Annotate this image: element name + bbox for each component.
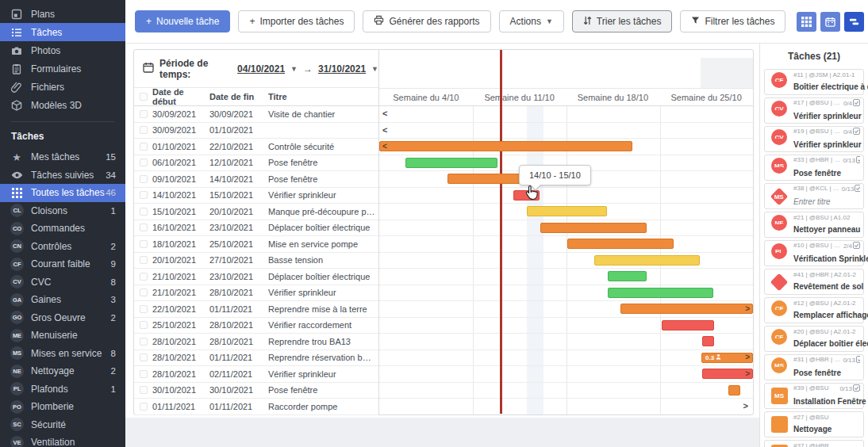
sidebar-item-fichiers[interactable]: Fichiers xyxy=(0,78,125,96)
task-card[interactable]: #37 | @HBREntrer titre xyxy=(764,440,864,447)
period-end-date[interactable]: 31/10/2021 xyxy=(318,63,366,74)
table-row[interactable]: 09/10/202114/10/2021Pose fenêtre xyxy=(134,171,378,188)
task-card[interactable]: MS#38 | @KCL | …0/13Entrer titre xyxy=(764,183,864,209)
row-checkbox[interactable] xyxy=(140,110,148,118)
sidebar-item-plomberie[interactable]: POPlomberie xyxy=(0,398,125,416)
sidebar-item-mes-taches[interactable]: ★Mes tâches15 xyxy=(0,148,125,166)
table-row[interactable]: 22/10/202101/11/2021Reprendre mise à la … xyxy=(134,301,378,318)
sidebar-item-ventilation[interactable]: VEVentilation xyxy=(0,434,125,447)
sidebar-item-taches[interactable]: Tâches xyxy=(0,23,125,41)
task-card[interactable]: MS#31 | @HBR | …0/13Pose fenêtre xyxy=(764,354,864,380)
row-checkbox[interactable] xyxy=(140,403,148,411)
row-checkbox[interactable] xyxy=(140,143,148,151)
sidebar-item-toutes-les-taches[interactable]: Toutes les tâches46 xyxy=(0,184,125,202)
sidebar-item-taches-suivies[interactable]: Tâches suivies34 xyxy=(0,166,125,185)
grid-view-button[interactable] xyxy=(797,12,816,32)
table-row[interactable]: 14/10/202115/10/2021Vérifier sprinkleur xyxy=(134,188,378,204)
row-checkbox[interactable] xyxy=(140,175,148,183)
select-all-checkbox[interactable] xyxy=(140,93,148,101)
table-row[interactable]: 20/10/202127/10/2021Basse tension xyxy=(134,253,378,269)
table-row[interactable]: 28/10/202101/11/2021Reprendre réservatio… xyxy=(134,350,378,367)
task-card[interactable]: NE#21 | @BSU | A1.02Nettoyer panneau xyxy=(764,212,864,238)
table-row[interactable]: 06/10/202112/10/2021Pose fenêtre xyxy=(134,155,378,172)
sidebar-item-mises-en-service[interactable]: MSMises en service8 xyxy=(0,345,125,363)
row-checkbox[interactable] xyxy=(140,126,148,134)
sidebar-item-photos[interactable]: Photos xyxy=(0,41,125,59)
table-row[interactable]: 28/10/202128/10/2021Reprendre trou BA13 xyxy=(134,334,378,350)
sidebar-item-cvc[interactable]: CVCVC8 xyxy=(0,273,125,292)
table-row[interactable]: 18/10/202125/10/2021Mise en service pomp… xyxy=(134,236,378,253)
gantt-bar[interactable] xyxy=(567,239,674,249)
row-checkbox[interactable] xyxy=(140,386,148,394)
sidebar-item-nettoyage[interactable]: NENettoyage2 xyxy=(0,362,125,380)
gantt-bar[interactable]: < xyxy=(379,141,632,151)
table-row[interactable]: 30/09/202130/09/2021Visite de chantier xyxy=(134,106,378,123)
new-task-button[interactable]: + Nouvelle tâche xyxy=(135,10,230,32)
gantt-bar[interactable] xyxy=(662,320,714,330)
row-checkbox[interactable] xyxy=(140,191,148,199)
row-checkbox[interactable] xyxy=(140,370,148,378)
sidebar-item-gros-oeuvre[interactable]: GOGros Oeuvre2 xyxy=(0,309,125,327)
task-card[interactable]: CV#17 | @BSU | …0/4Vérifier sprinkleur xyxy=(764,97,864,124)
gantt-bar[interactable]: > xyxy=(702,369,753,379)
row-checkbox[interactable] xyxy=(140,273,148,281)
gantt-bar[interactable] xyxy=(447,174,520,184)
sidebar-item-commandes[interactable]: COCommandes xyxy=(0,220,125,238)
table-row[interactable]: 30/10/202130/10/2021Pose fenêtre xyxy=(134,383,378,399)
sidebar-item-modeles-3d[interactable]: Modèles 3D xyxy=(0,96,125,114)
row-checkbox[interactable] xyxy=(140,288,148,296)
task-card[interactable]: CF#20 | @BSU | A2.01-2Déplacer boîtier é… xyxy=(764,326,864,352)
sidebar-item-securite[interactable]: SCSécurité xyxy=(0,416,125,434)
gantt-bar[interactable] xyxy=(728,385,740,395)
table-row[interactable]: 28/10/202102/11/2021Vérifier sprinkleur xyxy=(134,366,378,383)
table-row[interactable]: 25/10/202128/10/2021Vérifier raccordemen… xyxy=(134,318,378,334)
sidebar-item-plafonds[interactable]: PLPlafonds1 xyxy=(0,380,125,399)
gantt-bar[interactable] xyxy=(608,271,647,281)
task-card[interactable]: #41 | @HBR | A2.01-2Revêtement de sol xyxy=(764,269,864,295)
sidebar-item-courant-faible[interactable]: CFCourant faible9 xyxy=(0,255,125,273)
task-card[interactable]: CF#12 | @BSU | A2.01-2Remplacer affichag… xyxy=(764,297,864,323)
actions-button[interactable]: Actions ▼ xyxy=(499,10,564,32)
gantt-bar[interactable] xyxy=(594,255,700,266)
gantt-bar[interactable]: 0.3> xyxy=(701,353,753,363)
task-card[interactable]: #27 | @BSUNettoyage xyxy=(764,411,864,437)
task-card[interactable]: CF#11 | @JSM | A2.01-1Boîtier électrique… xyxy=(764,69,864,95)
table-row[interactable]: 01/11/202101/11/2021Raccorder pompe xyxy=(134,399,378,415)
sidebar-item-formulaires[interactable]: Formulaires xyxy=(0,59,125,78)
table-row[interactable]: 01/10/202122/10/2021Contrôle sécurité xyxy=(134,139,378,155)
generate-reports-button[interactable]: Générer des rapports xyxy=(363,10,490,32)
row-checkbox[interactable] xyxy=(140,321,148,329)
row-checkbox[interactable] xyxy=(140,208,148,216)
task-card[interactable]: MS#33 | @HBR | …0/13Pose fenêtre xyxy=(764,155,864,181)
task-card[interactable]: MS#39 | @BSU0/13Installation Fenêtre xyxy=(764,383,864,409)
import-tasks-button[interactable]: + Importer des tâches xyxy=(238,10,355,32)
table-row[interactable]: 21/10/202128/10/2021Vérifier sprinkleur xyxy=(134,285,378,302)
sidebar-item-menuiserie[interactable]: MEMenuiserie xyxy=(0,327,125,345)
table-row[interactable]: 16/10/202123/10/2021Déplacer boîtier éle… xyxy=(134,220,378,237)
sidebar-item-gaines[interactable]: GAGaines3 xyxy=(0,291,125,309)
gantt-bar[interactable] xyxy=(527,206,607,216)
gantt-bar[interactable]: > xyxy=(620,304,753,314)
sidebar-item-controles[interactable]: CNContrôles2 xyxy=(0,238,125,256)
sidebar-item-cloisons[interactable]: CLCloisons1 xyxy=(0,202,125,220)
gantt-bar[interactable] xyxy=(702,336,714,346)
task-card[interactable]: PL#10 | @BSU | …2/4Vérification Sprinkle… xyxy=(764,240,864,266)
gantt-scroll-indicator[interactable] xyxy=(701,58,753,88)
table-row[interactable]: 30/09/202101/10/2021 xyxy=(134,123,378,139)
row-checkbox[interactable] xyxy=(140,240,148,248)
row-checkbox[interactable] xyxy=(140,224,148,231)
row-checkbox[interactable] xyxy=(140,338,148,346)
gantt-bar[interactable] xyxy=(540,223,647,233)
period-start-date[interactable]: 04/10/2021 xyxy=(237,63,285,74)
task-card[interactable]: CV#19 | @BSU | …0/4Vérifier sprinkleur xyxy=(764,126,864,152)
row-checkbox[interactable] xyxy=(140,305,148,313)
row-checkbox[interactable] xyxy=(140,256,148,264)
calendar-view-button[interactable] xyxy=(820,12,840,32)
gantt-view-button[interactable] xyxy=(844,12,864,32)
row-checkbox[interactable] xyxy=(140,159,148,166)
sort-tasks-button[interactable]: Trier les tâches xyxy=(572,10,673,32)
table-row[interactable]: 21/10/202123/10/2021Déplacer boîtier éle… xyxy=(134,269,378,285)
table-row[interactable]: 15/10/202120/10/2021Manque pré-découpure… xyxy=(134,204,378,220)
gantt-bar[interactable] xyxy=(405,158,497,168)
filter-tasks-button[interactable]: Filtrer les tâches xyxy=(680,10,785,32)
